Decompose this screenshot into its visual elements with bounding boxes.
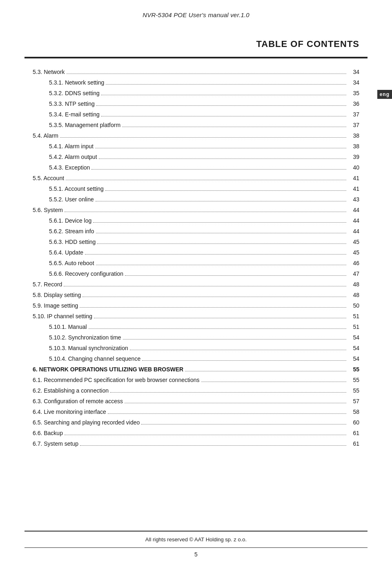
entry-page: 55 bbox=[348, 386, 359, 395]
entry-label: 6.1. Recommended PC specification for we… bbox=[33, 376, 348, 384]
entry-label: 5.4. Alarm bbox=[33, 132, 348, 140]
entry-text: 6.6. Backup bbox=[33, 429, 63, 438]
footer-divider-bottom bbox=[24, 547, 368, 548]
entry-page: 37 bbox=[348, 110, 359, 119]
entry-label: 5.5.1. Account setting bbox=[49, 185, 348, 193]
entry-page: 51 bbox=[348, 312, 359, 321]
entry-text: 5.6.6. Recovery configuration bbox=[49, 270, 123, 278]
entry-page: 41 bbox=[348, 185, 359, 193]
entry-dots bbox=[95, 148, 346, 148]
entry-text: 6.1. Recommended PC specification for we… bbox=[33, 376, 200, 384]
toc-entry: 5.10.3. Manual synchronization54 bbox=[33, 343, 359, 353]
entry-page: 51 bbox=[348, 323, 359, 331]
entry-page: 34 bbox=[348, 78, 359, 87]
entry-page: 44 bbox=[348, 206, 359, 214]
page-number: 5 bbox=[0, 551, 392, 558]
toc-entry: 6. NETWORK OPERATIONS UTILIZING WEB BROS… bbox=[33, 364, 359, 375]
entry-text: 5.5.2. User online bbox=[49, 195, 94, 204]
entry-label: 5.3.4. E-mail setting bbox=[49, 110, 348, 119]
entry-dots bbox=[201, 382, 346, 382]
entry-page: 44 bbox=[348, 227, 359, 236]
entry-text: 5.5.1. Account setting bbox=[49, 185, 104, 193]
toc-entry: 5.4.2. Alarm output39 bbox=[33, 152, 359, 162]
entry-dots bbox=[110, 392, 346, 393]
entry-dots bbox=[108, 413, 346, 414]
entry-text: 5.3. Network bbox=[33, 68, 65, 76]
entry-text: 6.7. System setup bbox=[33, 440, 78, 448]
entry-page: 43 bbox=[348, 195, 359, 204]
document-title: NVR-5304 POE User's manual ver.1.0 bbox=[143, 11, 249, 18]
toc-entry: 6.7. System setup61 bbox=[33, 438, 359, 449]
entry-label: 5.4.3. Exception bbox=[49, 163, 348, 172]
entry-label: 5.4.2. Alarm output bbox=[49, 153, 348, 161]
entry-page: 41 bbox=[348, 174, 359, 183]
entry-text: 5.4.2. Alarm output bbox=[49, 153, 97, 161]
entry-text: 5.6.1. Device log bbox=[49, 217, 91, 225]
entry-page: 40 bbox=[348, 163, 359, 172]
toc-title: TABLE OF CONTENTS bbox=[0, 22, 392, 49]
entry-text: 5.5. Account bbox=[33, 174, 64, 183]
toc-entry: 5.6.3. HDD setting45 bbox=[33, 237, 359, 247]
entry-page: 36 bbox=[348, 100, 359, 108]
entry-text: 6. NETWORK OPERATIONS UTILIZING WEB BROS… bbox=[33, 365, 183, 374]
entry-label: 5.3.5. Management platform bbox=[49, 121, 348, 130]
toc-entry: 5.6.6. Recovery configuration47 bbox=[33, 268, 359, 279]
toc-entry: 6.2. Establishing a connection55 bbox=[33, 385, 359, 396]
toc-entry: 5.3. Network34 bbox=[33, 67, 359, 77]
entry-dots bbox=[97, 243, 346, 244]
toc-entry: 5.3.5. Management platform37 bbox=[33, 120, 359, 130]
toc-entry: 5.5.2. User online43 bbox=[33, 194, 359, 205]
toc-entry: 6.3. Configuration of remote access57 bbox=[33, 396, 359, 406]
entry-dots bbox=[96, 233, 346, 233]
entry-page: 60 bbox=[348, 418, 359, 427]
entry-label: 5.6.5. Auto reboot bbox=[49, 259, 348, 268]
toc-entry: 5.9. Image setting50 bbox=[33, 300, 359, 311]
entry-label: 5.7. Record bbox=[33, 280, 348, 289]
toc-content: 5.3. Network345.3.1. Network setting345.… bbox=[0, 58, 392, 449]
entry-text: 5.10.3. Manual synchronization bbox=[49, 344, 128, 353]
entry-page: 55 bbox=[348, 365, 359, 374]
entry-dots bbox=[65, 212, 346, 212]
toc-entry: 6.4. Live monitoring interface58 bbox=[33, 406, 359, 417]
entry-dots bbox=[93, 222, 346, 223]
entry-label: 5.6.2. Stream info bbox=[49, 227, 348, 236]
toc-entry: 5.3.3. NTP setting36 bbox=[33, 98, 359, 109]
entry-label: 5.4.1. Alarm input bbox=[49, 142, 348, 151]
footer-divider-top bbox=[24, 531, 368, 532]
toc-entry: 6.6. Backup61 bbox=[33, 428, 359, 438]
toc-entry: 5.4.1. Alarm input38 bbox=[33, 141, 359, 152]
entry-label: 6.7. System setup bbox=[33, 440, 348, 448]
entry-label: 5.6.6. Recovery configuration bbox=[49, 270, 348, 278]
entry-page: 38 bbox=[348, 132, 359, 140]
entry-label: 6.2. Establishing a connection bbox=[33, 386, 348, 395]
entry-text: 5.6.2. Stream info bbox=[49, 227, 94, 236]
document-header: NVR-5304 POE User's manual ver.1.0 bbox=[0, 0, 392, 22]
toc-entry: 5.6.4. Update45 bbox=[33, 247, 359, 258]
entry-page: 35 bbox=[348, 89, 359, 98]
entry-dots bbox=[185, 371, 346, 371]
entry-text: 5.4.3. Exception bbox=[49, 163, 90, 172]
entry-page: 61 bbox=[348, 440, 359, 448]
entry-label: 5.10.1. Manual bbox=[49, 323, 348, 331]
entry-text: 5.4.1. Alarm input bbox=[49, 142, 94, 151]
entry-page: 45 bbox=[348, 248, 359, 257]
toc-entry: 5.3.4. E-mail setting37 bbox=[33, 109, 359, 120]
entry-label: 5.5. Account bbox=[33, 174, 348, 183]
toc-entry: 5.4.3. Exception40 bbox=[33, 162, 359, 173]
entry-dots bbox=[80, 307, 346, 308]
entry-text: 5.3.2. DDNS setting bbox=[49, 89, 100, 98]
entry-dots bbox=[91, 169, 346, 170]
entry-label: 5.6.1. Device log bbox=[49, 217, 348, 225]
entry-label: 6.4. Live monitoring interface bbox=[33, 408, 348, 416]
entry-label: 5.6.4. Update bbox=[49, 248, 348, 257]
entry-text: 6.4. Live monitoring interface bbox=[33, 408, 106, 416]
entry-text: 5.3.3. NTP setting bbox=[49, 100, 95, 108]
entry-dots bbox=[99, 159, 346, 159]
entry-dots bbox=[101, 95, 346, 95]
toc-entry: 5.3.2. DDNS setting35 bbox=[33, 88, 359, 98]
entry-label: 6.6. Backup bbox=[33, 429, 348, 438]
entry-page: 54 bbox=[348, 355, 359, 363]
entry-text: 5.10.1. Manual bbox=[49, 323, 87, 331]
entry-dots bbox=[141, 424, 346, 424]
entry-dots bbox=[94, 318, 346, 318]
